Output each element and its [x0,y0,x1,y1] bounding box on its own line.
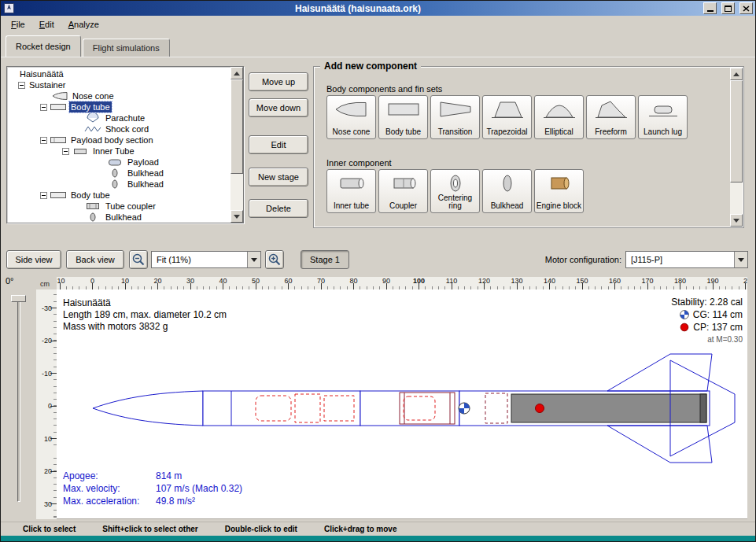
inner-component-label: Inner component [326,158,392,168]
tree-row-inner-tube[interactable]: Inner Tube [7,146,230,157]
add-body-tube-button[interactable]: Body tube [378,95,428,139]
tree-row-parachute[interactable]: Parachute [7,112,230,124]
acceleration-value: 49.8 m/s² [156,495,242,507]
tree-row-payload-section[interactable]: Payload body section [7,135,230,146]
tree-row-shock-cord[interactable]: Shock cord [7,124,230,135]
add-launch-lug-button[interactable]: Launch lug [638,95,688,139]
rocket-view-panel: 0° cm -100102030405060708090100110120130… [1,274,755,522]
flight-stats: Apogee:814 m Max. velocity:107 m/s (Mach… [63,470,242,507]
back-view-button[interactable]: Back view [66,250,124,269]
add-centering-ring-button[interactable]: Centering ring [430,169,480,213]
scroll-thumb[interactable] [230,79,243,174]
side-view-button[interactable]: Side view [6,250,61,269]
cg-value: CG: 114 cm [693,308,743,321]
add-inner-tube-button[interactable]: Inner tube [326,169,376,213]
hint-double-click: Double-click to edit [225,525,297,533]
fin-lower-shape [607,426,712,463]
rocket-length: Length 189 cm, max. diameter 10.2 cm [63,309,227,321]
collapse-icon[interactable] [62,148,69,155]
component-label: Launch lug [644,128,682,136]
tree-item-label: Bulkhead [104,212,143,223]
add-nose-cone-button[interactable]: Nose cone [326,95,376,139]
body-component-row: Nose cone Body tube Transition Trapezoid… [326,95,688,139]
add-freeform-fin-button[interactable]: Freeform [586,95,636,139]
maximize-icon [725,6,732,12]
chevron-down-icon [738,258,744,265]
rocket-canvas[interactable]: Haisunäätä Length 189 cm, max. diameter … [57,289,747,519]
motor-configuration-select[interactable]: [J115-P] [625,251,748,268]
scroll-thumb[interactable] [730,80,743,183]
tab-rocket-design[interactable]: Rocket design [6,35,81,57]
dropdown-button[interactable] [247,252,260,267]
parachute-icon [84,113,101,123]
tree-row-nose-cone[interactable]: Nose cone [7,90,230,101]
tree-row-payload[interactable]: Payload [7,157,230,168]
rotation-slider[interactable] [17,296,20,502]
tree-item-label: Body tube [69,190,112,201]
scroll-down-button[interactable] [730,214,743,227]
move-up-button[interactable]: Move up [249,72,308,91]
tree-row-tube-coupler[interactable]: Tube coupler [7,201,230,212]
component-label: Body tube [385,128,421,136]
magnifier-plus-icon [267,253,282,267]
move-down-button[interactable]: Move down [249,98,308,117]
menu-analyze[interactable]: Analyze [61,17,106,31]
add-bulkhead-button[interactable]: Bulkhead [482,169,532,213]
scroll-up-button[interactable] [730,68,743,80]
nose-cone-icon [51,91,68,101]
rotation-slider-handle[interactable] [11,295,26,302]
add-coupler-button[interactable]: Coupler [378,169,428,213]
dropdown-button[interactable] [734,252,747,267]
collapse-icon[interactable] [18,82,25,89]
zoom-in-button[interactable] [265,250,284,269]
tab-flight-simulations[interactable]: Flight simulations [83,39,170,57]
new-stage-button[interactable]: New stage [249,168,308,186]
add-elliptical-fin-button[interactable]: Elliptical [534,95,584,139]
scroll-up-button[interactable] [230,67,243,79]
transition-icon [438,99,473,120]
zoom-out-button[interactable] [129,250,148,269]
inner-component-row: Inner tube Coupler Centering ring Bulkhe… [326,169,584,213]
menu-file[interactable]: File [4,17,32,31]
tree-item-label-selected: Body tube [69,101,112,112]
zoom-select[interactable]: Fit (11%) [151,251,261,268]
tree-row-bulkhead[interactable]: Bulkhead [7,212,230,223]
menu-edit[interactable]: Edit [32,17,61,31]
add-transition-button[interactable]: Transition [430,95,480,139]
tree-scrollbar[interactable] [230,67,243,223]
maximize-button[interactable] [721,2,735,14]
velocity-label: Max. velocity: [63,482,156,495]
collapse-icon[interactable] [40,104,47,111]
delete-button[interactable]: Delete [249,199,308,218]
add-engine-block-button[interactable]: Engine block [534,169,584,213]
component-tree: Haisunäätä Sustainer Nose cone Body tube… [6,66,244,223]
tree-row-rocket[interactable]: Haisunäätä [7,68,230,79]
tree-row-sustainer[interactable]: Sustainer [7,79,230,90]
close-button[interactable] [739,2,753,14]
collapse-icon[interactable] [40,192,47,199]
component-panel-scrollbar[interactable] [730,68,743,227]
tree-item-label: Parachute [104,112,146,124]
edit-button[interactable]: Edit [249,135,308,154]
menubar: File Edit Analyze [1,16,755,32]
engine-block-icon [542,173,577,194]
component-label: Trapezoidal [487,128,528,136]
component-label: Bulkhead [491,202,524,210]
collapse-icon[interactable] [40,137,47,144]
mach-condition: at M=0.30 [671,334,743,346]
window-title: Haisunäätä (haisunaata.ork) [17,3,699,14]
tree-row-bulkhead[interactable]: Bulkhead [7,179,230,190]
velocity-value: 107 m/s (Mach 0.32) [156,482,242,495]
arrow-down-icon [234,215,240,222]
minimize-button[interactable] [703,2,717,14]
nose-cone-icon [334,99,369,120]
tree-row-bulkhead[interactable]: Bulkhead [7,168,230,179]
add-trapezoidal-fin-button[interactable]: Trapezoidal [482,95,532,139]
scroll-down-button[interactable] [230,210,243,223]
tree-row-body-tube[interactable]: Body tube [7,101,230,112]
stage-1-toggle[interactable]: Stage 1 [301,250,349,269]
chevron-down-icon [251,258,257,265]
vruler: -30-20-100102030 [36,289,57,519]
cp-marker [536,404,544,413]
tree-row-body-tube-2[interactable]: Body tube [7,190,230,201]
